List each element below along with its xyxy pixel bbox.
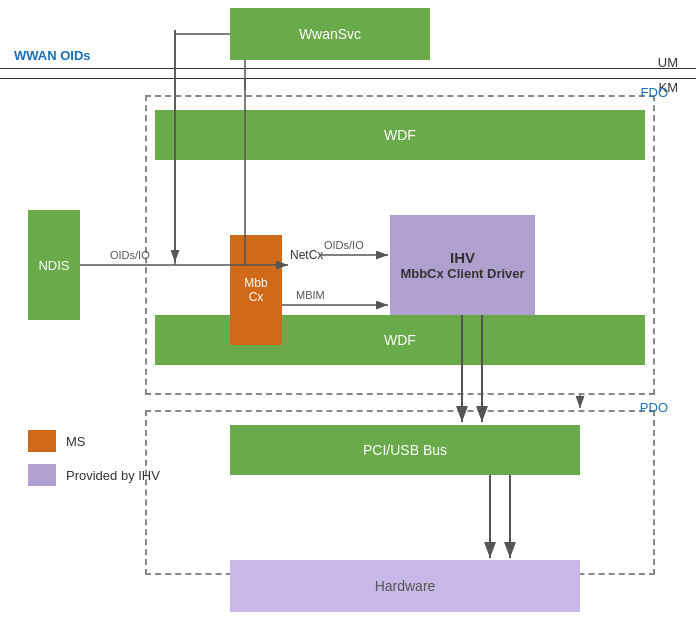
wdf-top-label: WDF bbox=[384, 127, 416, 143]
legend-ihv-label: Provided by IHV bbox=[66, 468, 160, 483]
hardware-label: Hardware bbox=[375, 578, 436, 594]
legend: MS Provided by IHV bbox=[28, 430, 160, 498]
legend-ms-label: MS bbox=[66, 434, 86, 449]
fdo-label: FDO bbox=[641, 85, 668, 100]
mbbcx-label: MbbCx bbox=[244, 276, 267, 304]
wwan-oids-label: WWAN OIDs bbox=[14, 48, 91, 63]
pdo-label: PDO bbox=[640, 400, 668, 415]
pci-usb-box: PCI/USB Bus bbox=[230, 425, 580, 475]
mbbcx-box: MbbCx bbox=[230, 235, 282, 345]
legend-ihv-swatch bbox=[28, 464, 56, 486]
wdf-bottom-box: WDF bbox=[155, 315, 645, 365]
km-line bbox=[0, 78, 696, 79]
legend-ms-item: MS bbox=[28, 430, 160, 452]
um-label: UM bbox=[658, 55, 678, 70]
ihv-label: IHVMbbCx Client Driver bbox=[400, 249, 524, 281]
wdf-bottom-label: WDF bbox=[384, 332, 416, 348]
wdf-top-box: WDF bbox=[155, 110, 645, 160]
pci-usb-label: PCI/USB Bus bbox=[363, 442, 447, 458]
ndis-box: NDIS bbox=[28, 210, 80, 320]
wwansvc-label: WwanSvc bbox=[299, 26, 361, 42]
legend-ihv-item: Provided by IHV bbox=[28, 464, 160, 486]
netcx-label: NetCx bbox=[290, 248, 323, 262]
ndis-label: NDIS bbox=[38, 258, 69, 273]
wwansvc-box: WwanSvc bbox=[230, 8, 430, 60]
hardware-box: Hardware bbox=[230, 560, 580, 612]
legend-ms-swatch bbox=[28, 430, 56, 452]
um-line bbox=[0, 68, 696, 69]
diagram-container: UM KM WWAN OIDs WwanSvc FDO WDF WDF NDIS… bbox=[0, 0, 696, 628]
ihv-box: IHVMbbCx Client Driver bbox=[390, 215, 535, 315]
